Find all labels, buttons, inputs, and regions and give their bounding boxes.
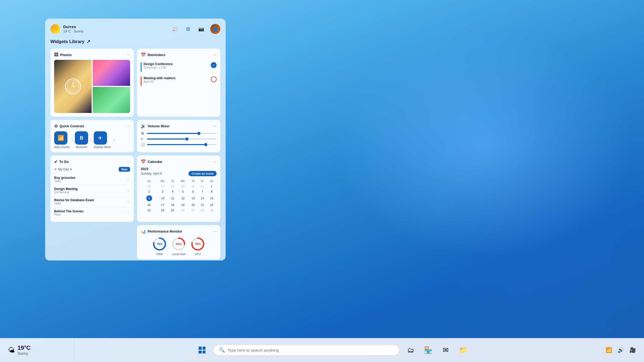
taskbar-app-folder[interactable]: 📁 <box>457 344 469 356</box>
cal-day-6[interactable]: 6 <box>189 189 198 194</box>
cal-day-31a[interactable]: 31 <box>198 184 207 189</box>
cal-day-4[interactable]: 4 <box>168 189 177 194</box>
reminder-check-1[interactable]: ✓ <box>211 62 217 68</box>
expand-icon[interactable]: ↗ <box>87 39 90 44</box>
cal-day-27b[interactable]: 27 <box>189 208 198 213</box>
perf-more[interactable]: ··· <box>213 229 217 234</box>
gauge-label-ram: RAM <box>152 252 167 256</box>
cal-day-28b[interactable]: 28 <box>198 208 207 213</box>
quick-arrow-3[interactable]: › <box>113 138 114 142</box>
grid-icon[interactable]: ⊞ <box>184 25 192 33</box>
news-icon[interactable]: 📰 <box>170 25 179 33</box>
perf-title-row: 📊 Performance Monitor <box>141 229 182 234</box>
cal-day-8[interactable]: 8 <box>207 189 216 194</box>
widgets-panel: ☀️ Durres 19°C · Sunny 📰 ⊞ 📷 👤 Widgets L… <box>45 19 226 260</box>
todo-star-4[interactable]: ☆ <box>127 211 130 215</box>
cal-day-24[interactable]: 24 <box>157 208 168 213</box>
todo-item-1[interactable]: Buy groceries Tasks ☆ <box>54 174 130 185</box>
todo-more[interactable]: ··· <box>127 159 130 164</box>
slider-track-2[interactable] <box>147 138 217 140</box>
reminders-title: Reminders <box>148 53 165 57</box>
quick-arrow-1[interactable]: › <box>72 138 73 142</box>
cal-day-18[interactable]: 18 <box>168 203 177 207</box>
slider-track-3[interactable] <box>147 144 217 145</box>
taskbar-app-mail[interactable]: ✉ <box>440 344 452 356</box>
reminder-item-2[interactable]: Meeting with realtors April 20 <box>141 74 217 88</box>
cal-day-19[interactable]: 19 <box>178 203 188 207</box>
cal-day-15[interactable]: 15 <box>207 195 216 202</box>
cal-day-13[interactable]: 13 <box>189 195 198 202</box>
todo-item-2[interactable]: Design Meeting Q4 Planning ☆ <box>54 185 130 196</box>
todo-item-4[interactable]: Behind The Scenes Plans ☆ <box>54 207 130 218</box>
gauge-circle-ram: 78% <box>152 237 167 251</box>
quick-arrow-2[interactable]: › <box>90 138 92 142</box>
cal-day-26a[interactable]: 26 <box>141 184 157 189</box>
todo-item-3[interactable]: Revise for Database Exam Tasks ☆ <box>54 196 130 207</box>
cal-day-22[interactable]: 22 <box>207 203 216 207</box>
photo-3[interactable] <box>93 87 130 113</box>
cal-day-7[interactable]: 7 <box>198 189 207 194</box>
cal-day-29a[interactable]: 29 <box>178 184 188 189</box>
gauge-val-localdisk: 26% <box>176 242 182 246</box>
todo-star-3[interactable]: ☆ <box>127 200 130 204</box>
cal-day-1[interactable]: 1 <box>207 184 216 189</box>
volume-more[interactable]: ··· <box>213 124 217 129</box>
todo-icon: ✔ <box>54 159 58 164</box>
start-button[interactable] <box>196 344 208 356</box>
cal-day-30a[interactable]: 30 <box>189 184 198 189</box>
cal-day-23[interactable]: 23 <box>141 208 157 213</box>
quick-controls-row: 📶 Addy Visuals › B Bluetooth › ✈ Airplan… <box>54 131 130 149</box>
cal-day-28a[interactable]: 28 <box>168 184 177 189</box>
quick-controls-more[interactable]: ··· <box>127 124 130 129</box>
quick-btn-airplane[interactable]: ✈ <box>94 131 107 145</box>
todo-new-button[interactable]: New <box>119 167 130 172</box>
photos-more[interactable]: ··· <box>127 52 130 57</box>
todo-myday[interactable]: ☀ My Day ▾ <box>54 167 72 171</box>
cal-day-9[interactable]: 9 <box>141 195 157 202</box>
cal-day-14[interactable]: 14 <box>198 195 207 202</box>
todo-star-1[interactable]: ☆ <box>127 177 130 182</box>
slider-track-1[interactable] <box>147 133 217 134</box>
cal-day-29b[interactable]: 29 <box>207 208 216 213</box>
cal-day-16[interactable]: 16 <box>141 203 157 207</box>
win11-quad-2 <box>203 347 206 350</box>
perf-gauge-ram: 78% RAM <box>152 237 167 256</box>
todo-item-4-sub: Plans <box>54 213 84 216</box>
quick-btn-bluetooth[interactable]: B <box>75 131 88 145</box>
calendar-more[interactable]: ··· <box>213 159 217 164</box>
cal-day-20[interactable]: 20 <box>189 203 198 207</box>
windows-logo <box>199 347 205 353</box>
photo-2[interactable] <box>93 60 130 86</box>
perf-gauges: 78% RAM 26% Local Disk <box>141 237 217 256</box>
cal-create-btn[interactable]: Create an event <box>188 171 217 176</box>
search-input[interactable] <box>227 348 394 352</box>
camera-icon-taskbar[interactable]: 🎥 <box>629 347 636 353</box>
cal-day-3[interactable]: 3 <box>157 189 168 194</box>
photo-1[interactable] <box>54 60 92 113</box>
reminder-item-1[interactable]: Design Conference Tomorrow · 17:00 ✓ <box>141 60 217 74</box>
cal-day-26b[interactable]: 26 <box>178 208 188 213</box>
cal-day-27a[interactable]: 27 <box>157 184 168 189</box>
reminder-check-2[interactable] <box>211 76 217 82</box>
quick-label-bluetooth: Bluetooth <box>75 146 88 149</box>
todo-star-2[interactable]: ☆ <box>127 188 130 193</box>
cal-week-4: 16 17 18 19 20 21 22 <box>141 203 216 207</box>
volume-icon-taskbar[interactable]: 🔊 <box>617 347 624 353</box>
cal-day-11[interactable]: 11 <box>168 195 177 202</box>
reminders-more[interactable]: ··· <box>213 53 217 57</box>
wifi-icon-taskbar[interactable]: 📶 <box>606 347 612 353</box>
cal-day-10[interactable]: 10 <box>157 195 168 202</box>
cal-day-21[interactable]: 21 <box>198 203 207 207</box>
taskbar-app-files[interactable]: 🗂 <box>405 344 417 356</box>
camera-icon[interactable]: 📷 <box>197 25 205 33</box>
cal-day-2[interactable]: 2 <box>141 189 157 194</box>
cal-day-17[interactable]: 17 <box>157 203 168 207</box>
taskbar-search[interactable]: 🔍 <box>213 345 399 355</box>
quick-label-airplane: Airplane Mode <box>94 146 111 149</box>
avatar[interactable]: 👤 <box>210 24 220 34</box>
cal-day-5[interactable]: 5 <box>178 189 188 194</box>
taskbar-app-store[interactable]: 🏪 <box>422 344 434 356</box>
cal-day-12[interactable]: 12 <box>178 195 188 202</box>
quick-btn-wifi[interactable]: 📶 <box>54 131 67 145</box>
cal-day-25[interactable]: 25 <box>168 208 177 213</box>
